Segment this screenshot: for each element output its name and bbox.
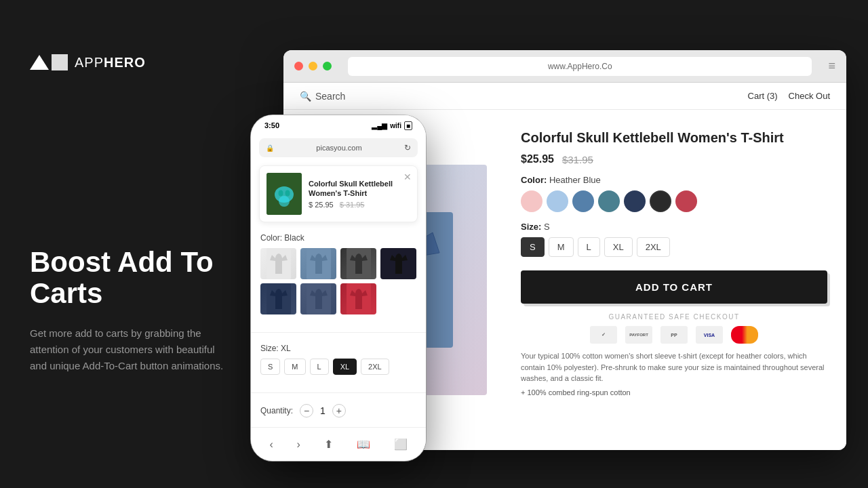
mobile-color-grid <box>260 248 416 314</box>
browser-menu-icon[interactable]: ≡ <box>828 59 835 73</box>
mobile-size-m[interactable]: M <box>284 359 305 375</box>
payment-visa-icon: VISA <box>696 326 723 344</box>
price-original: $31.95 <box>562 154 593 165</box>
payment-icons: ✓ PAYFORT PP VISA <box>521 326 827 344</box>
logo-hero: HERO <box>104 55 146 70</box>
size-button-2xl[interactable]: 2XL <box>637 237 670 257</box>
mobile-size-s[interactable]: S <box>260 359 280 375</box>
mobile-swatch-7[interactable] <box>340 283 376 314</box>
divider-1 <box>251 332 426 333</box>
color-label-text: Color: <box>521 175 547 185</box>
qty-decrease-button[interactable]: − <box>300 404 313 418</box>
browser-close-button[interactable] <box>294 62 303 70</box>
color-swatch-navy[interactable] <box>624 190 646 212</box>
phone-back-icon[interactable]: ‹ <box>269 439 273 451</box>
color-swatch-lightblue[interactable] <box>547 190 568 212</box>
checkout-link[interactable]: Check Out <box>789 91 830 101</box>
cart-link[interactable]: Cart (3) <box>748 91 778 101</box>
mobile-swatch-1[interactable] <box>260 248 296 279</box>
color-swatch-pink[interactable] <box>521 190 542 212</box>
mobile-cart-prices: $ 25.95 $ 31.95 <box>309 201 410 209</box>
page-subtext: Get more add to carts by grabbing the at… <box>30 325 226 374</box>
size-buttons: S M L XL 2XL <box>521 237 827 257</box>
phone-refresh-icon[interactable]: ↻ <box>404 143 411 152</box>
mobile-qty-label: Quantity: <box>260 406 293 415</box>
browser-minimize-button[interactable] <box>309 62 317 70</box>
browser-url-text: www.AppHero.Co <box>548 62 612 71</box>
mobile-cart-banner: Colorful Skull Kettlebell Women's T-Shir… <box>259 165 418 222</box>
mobile-size-l[interactable]: L <box>310 359 329 375</box>
phone-status-bar: 3:50 ▂▄▆ wifi ■ <box>251 115 426 136</box>
mobile-swatch-4[interactable] <box>380 248 416 279</box>
browser-maximize-button[interactable] <box>323 62 332 70</box>
product-details: Colorful Skull Kettlebell Women's T-Shir… <box>514 110 846 450</box>
logo-text: APPHERO <box>75 55 146 70</box>
product-feature: + 100% combed ring-spun cotton <box>521 388 827 396</box>
left-section: APPHERO Boost Add To Carts Get more add … <box>30 54 247 374</box>
mobile-cart-product-svg <box>267 173 302 215</box>
browser-nav: 🔍 Search Cart (3) Check Out <box>283 83 846 110</box>
svg-point-12 <box>279 190 283 197</box>
phone-forward-icon[interactable]: › <box>297 439 300 451</box>
mobile-swatch-2[interactable] <box>300 248 336 279</box>
mobile-color-label: Color: Black <box>260 233 416 243</box>
color-value: Heather Blue <box>549 175 601 185</box>
size-button-l[interactable]: L <box>578 237 600 257</box>
browser-url-bar[interactable]: www.AppHero.Co <box>348 57 812 76</box>
mobile-size-xl[interactable]: XL <box>333 359 357 375</box>
color-swatch-red[interactable] <box>675 190 697 212</box>
size-button-s[interactable]: S <box>521 237 545 257</box>
product-price-row: $25.95 $31.95 <box>521 153 827 165</box>
battery-icon: ■ <box>404 121 412 130</box>
color-label: Color: Heather Blue <box>521 175 827 185</box>
color-swatch-black[interactable] <box>650 190 671 212</box>
qty-increase-button[interactable]: + <box>332 404 346 418</box>
mobile-quantity-section: Quantity: − 1 + <box>251 399 426 430</box>
mobile-size-buttons: S M L XL 2XL <box>260 359 416 375</box>
mobile-qty-control: − 1 + <box>300 404 346 418</box>
phone-url-text: picasyou.com <box>316 144 361 152</box>
size-label: Size: S <box>521 222 827 232</box>
mobile-price-current: $ 25.95 <box>309 201 334 209</box>
size-button-m[interactable]: M <box>549 237 574 257</box>
phone-status-icons: ▂▄▆ wifi ■ <box>372 121 412 130</box>
guaranteed-label: GUARANTEED SAFE CHECKOUT <box>521 313 827 321</box>
mobile-phone: 3:50 ▂▄▆ wifi ■ 🔒 picasyou.com ↻ <box>251 115 426 461</box>
mobile-swatch-3[interactable] <box>340 248 376 279</box>
add-to-cart-button[interactable]: ADD TO CART <box>521 270 827 304</box>
payment-paypal-icon: PP <box>660 326 688 344</box>
price-current: $25.95 <box>521 153 554 165</box>
nav-search[interactable]: 🔍 Search <box>300 91 345 102</box>
mobile-cart-close-button[interactable]: ✕ <box>403 171 412 182</box>
phone-content: Colorful Skull Kettlebell Women's T-Shir… <box>251 160 426 431</box>
phone-share-icon[interactable]: ⬆ <box>324 438 333 451</box>
phone-lock-icon: 🔒 <box>266 144 274 152</box>
page-headline: Boost Add To Carts <box>30 247 247 309</box>
qty-value: 1 <box>320 405 326 416</box>
phone-bookmarks-icon[interactable]: 📖 <box>357 438 370 451</box>
browser-chrome: www.AppHero.Co ≡ <box>283 50 846 83</box>
mobile-qty-row: Quantity: − 1 + <box>260 404 416 418</box>
mobile-swatch-5[interactable] <box>260 283 296 314</box>
size-label-text: Size: <box>521 222 541 232</box>
product-description: Your typical 100% cotton women's short s… <box>521 350 827 384</box>
wifi-icon: wifi <box>390 122 401 129</box>
payment-mc-icon <box>731 326 758 344</box>
guaranteed-checkout: GUARANTEED SAFE CHECKOUT ✓ PAYFORT PP VI… <box>521 313 827 344</box>
logo-square-icon <box>52 54 68 70</box>
color-swatches <box>521 190 827 212</box>
color-swatch-teal[interactable] <box>598 190 620 212</box>
size-value: S <box>544 222 550 232</box>
phone-url-bar[interactable]: 🔒 picasyou.com ↻ <box>259 138 418 157</box>
payment-payfort-icon: PAYFORT <box>625 326 652 344</box>
mobile-size-2xl[interactable]: 2XL <box>361 359 389 375</box>
size-button-xl[interactable]: XL <box>604 237 633 257</box>
mobile-cart-product-image <box>267 173 302 215</box>
logo-icon <box>30 54 68 70</box>
phone-tabs-icon[interactable]: ⬜ <box>394 438 408 451</box>
mobile-swatch-6[interactable] <box>300 283 336 314</box>
mobile-size-section: Size: XL S M L XL 2XL <box>251 338 426 387</box>
mobile-size-label: Size: XL <box>260 344 416 353</box>
mobile-price-original: $ 31.95 <box>340 201 365 209</box>
color-swatch-darkblue[interactable] <box>572 190 594 212</box>
